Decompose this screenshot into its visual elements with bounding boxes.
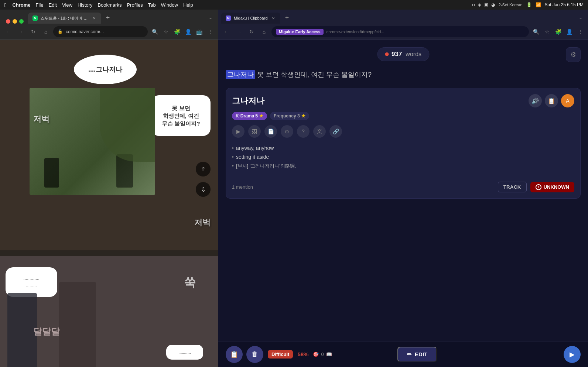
- right-tab-close[interactable]: ✕: [271, 16, 276, 21]
- menu-file[interactable]: File: [36, 2, 44, 8]
- mention-count: 1 mention: [232, 184, 253, 190]
- panel-image: [30, 88, 155, 195]
- left-tab-active[interactable]: N 스위트홈 - 1화 : 네이버 웹툰 ✕: [28, 13, 101, 24]
- right-reload-button[interactable]: ↻: [246, 27, 257, 37]
- left-home-button[interactable]: ⌂: [41, 27, 51, 37]
- word-card-header: 그나저나 🔊 📋 A: [232, 94, 574, 107]
- right-address-bar: ← → ↻ ⌂ Migaku: Early Access chrome-exte…: [218, 24, 588, 40]
- menu-bookmarks[interactable]: Bookmarks: [98, 2, 122, 8]
- action-icons-row: ▶ 🖼 📄 ⊙ ? 文 🔗: [232, 125, 574, 138]
- words-count-number: 937: [392, 51, 402, 58]
- profile-icon[interactable]: 👤: [183, 27, 193, 37]
- left-back-button[interactable]: ←: [3, 27, 13, 37]
- right-tab-chevron[interactable]: ⌄: [576, 13, 585, 22]
- url-lock-icon: 🔒: [58, 29, 63, 34]
- left-toolbar-icons: 🔍 ☆ 🧩 👤 📺 ⋮: [150, 27, 215, 37]
- menu-edit[interactable]: Edit: [49, 2, 57, 8]
- link-action-icon[interactable]: 🔗: [329, 125, 342, 138]
- left-reload-button[interactable]: ↻: [28, 27, 38, 37]
- right-back-button[interactable]: ←: [221, 27, 232, 37]
- play-button[interactable]: ▶: [564, 346, 581, 363]
- left-forward-button[interactable]: →: [16, 27, 26, 37]
- right-more-icon[interactable]: ⋮: [575, 27, 585, 37]
- speech-bubble-1: ....그나저나: [74, 55, 137, 84]
- delete-button[interactable]: 🗑: [246, 346, 263, 363]
- panel-bottom-text-large: 쑥: [184, 275, 196, 291]
- traffic-light-close[interactable]: [6, 19, 10, 24]
- migaku-content: 937 words ⚙ 그나저나 못 보던 학생인데, 여긴 무슨 볼일이지? …: [218, 40, 588, 367]
- left-tab-chevron[interactable]: ⌄: [206, 13, 215, 22]
- settings-button[interactable]: ⚙: [566, 47, 581, 62]
- more-options-icon[interactable]: ⋮: [205, 27, 215, 37]
- right-profile-icon[interactable]: 🧩: [553, 27, 563, 37]
- word-anki-button[interactable]: A: [561, 94, 574, 107]
- right-forward-button[interactable]: →: [234, 27, 244, 37]
- traffic-light-fullscreen[interactable]: [19, 19, 24, 24]
- kdrama-star-icon: ★: [259, 113, 263, 119]
- right-url-text: chrome-extension://dmeppfcid...: [327, 30, 384, 34]
- right-tab-active[interactable]: M Migaku | Clipboard ✕: [221, 13, 280, 24]
- right-extension-icon[interactable]: 👤: [564, 27, 574, 37]
- right-home-button[interactable]: ⌂: [259, 27, 269, 37]
- help-action-icon[interactable]: ?: [297, 125, 310, 138]
- word-title: 그나저나: [232, 95, 264, 106]
- menu-history[interactable]: History: [78, 2, 92, 8]
- edit-button[interactable]: ✏ EDIT: [397, 347, 437, 362]
- bookmark-star-icon[interactable]: ☆: [161, 27, 171, 37]
- menu-items: Chrome File Edit View History Bookmarks …: [12, 2, 193, 8]
- left-url-text: comic.naver.com/...: [66, 29, 104, 34]
- menu-help[interactable]: Help: [183, 2, 193, 8]
- star-action-icon[interactable]: ⊙: [281, 125, 293, 138]
- kdrama-tag: K-Drama 5 ★: [232, 112, 267, 120]
- word-audio-button[interactable]: 🔊: [529, 94, 542, 107]
- right-bookmark-icon[interactable]: ☆: [542, 27, 552, 37]
- menu-window[interactable]: Window: [161, 2, 178, 8]
- panel-text-left: 저벅: [33, 114, 49, 125]
- right-toolbar-icons: 🔍 ☆ 🧩 👤 ⋮: [531, 27, 585, 37]
- clipboard-button[interactable]: 📋: [226, 346, 243, 363]
- word-copy-button[interactable]: 📋: [545, 94, 558, 107]
- right-new-tab-button[interactable]: +: [282, 13, 292, 23]
- search-icon[interactable]: 🔍: [150, 27, 160, 37]
- def-text-3: [부사] '그러나저러나'의略调.: [236, 163, 296, 169]
- traffic-light-minimize[interactable]: [13, 19, 17, 24]
- image-action-icon[interactable]: 🖼: [248, 125, 261, 138]
- unknown-label: UNKNOWN: [544, 184, 569, 190]
- frequency-star-icon: ★: [301, 113, 305, 119]
- right-search-icon[interactable]: 🔍: [531, 27, 541, 37]
- notes-action-icon[interactable]: 📄: [264, 125, 277, 138]
- menu-tab[interactable]: Tab: [148, 2, 156, 8]
- track-button[interactable]: TRACK: [498, 182, 527, 192]
- cast-icon[interactable]: 📺: [194, 27, 204, 37]
- sentence-rest: 못 보던 학생인데, 여긴 무슨 볼일이지?: [255, 71, 372, 78]
- right-tab-title: Migaku | Clipboard: [234, 16, 268, 20]
- left-tab-bar: N 스위트홈 - 1화 : 네이버 웹툰 ✕ + ⌄: [0, 10, 218, 24]
- menu-chrome[interactable]: Chrome: [12, 2, 30, 8]
- small-bubble-text: ...........: [178, 350, 191, 354]
- system-icons: ◘◈▣◕: [472, 2, 495, 7]
- bottom-left-buttons: 📋 🗑: [226, 346, 263, 363]
- scroll-up-button[interactable]: ⇧: [196, 162, 211, 176]
- right-url-bar[interactable]: Migaku: Early Access chrome-extension://…: [271, 26, 529, 37]
- extension-puzzle-icon[interactable]: 🧩: [172, 27, 182, 37]
- definitions-list: anyway, anyhow setting it aside [부사] '그러…: [232, 144, 574, 171]
- translate-action-icon[interactable]: 文: [313, 125, 326, 138]
- kdrama-tag-label: K-Drama 5: [236, 113, 258, 119]
- left-browser: N 스위트홈 - 1화 : 네이버 웹툰 ✕ + ⌄ ← → ↻ ⌂ 🔒 com…: [0, 10, 218, 367]
- definition-3: [부사] '그러나저러나'의略调.: [232, 161, 574, 171]
- play-action-icon[interactable]: ▶: [232, 125, 245, 138]
- left-new-tab-button[interactable]: +: [103, 13, 113, 23]
- menu-view[interactable]: View: [62, 2, 72, 8]
- word-action-buttons: 🔊 📋 A: [529, 94, 574, 107]
- def-text-2: setting it aside: [236, 154, 269, 160]
- scroll-down-button[interactable]: ⇩: [196, 182, 211, 197]
- def-text-1: anyway, anyhow: [236, 145, 274, 151]
- stats-icon: 🎯: [313, 351, 319, 357]
- unknown-button[interactable]: ! UNKNOWN: [530, 182, 574, 192]
- left-tab-close[interactable]: ✕: [92, 16, 97, 21]
- menu-profiles[interactable]: Profiles: [127, 2, 143, 8]
- left-url-bar[interactable]: 🔒 comic.naver.com/...: [53, 26, 148, 37]
- apple-logo[interactable]: : [4, 2, 6, 8]
- definition-1: anyway, anyhow: [232, 144, 574, 152]
- word-card-footer: 1 mention TRACK ! UNKNOWN: [232, 177, 574, 192]
